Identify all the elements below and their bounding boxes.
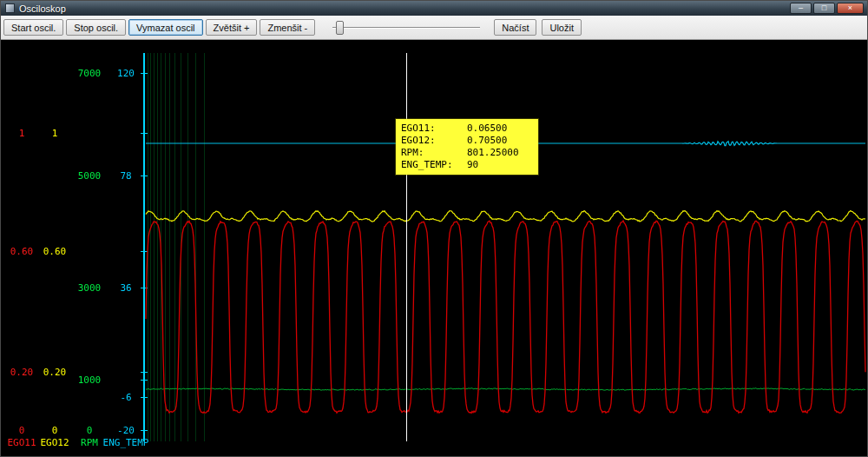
slider-thumb[interactable]: [336, 21, 344, 35]
app-window: Osciloskop – □ × Start oscil. Stop oscil…: [0, 0, 868, 457]
zoom-out-button[interactable]: Zmenšit -: [260, 19, 315, 36]
minimize-button[interactable]: –: [790, 3, 812, 14]
clear-oscilloscope-button[interactable]: Vymazat oscil: [128, 19, 202, 36]
tooltip-label: EGO12:: [401, 135, 467, 147]
app-icon: [5, 3, 15, 13]
tooltip-value: 801.25000: [467, 147, 519, 159]
tooltip-value: 90: [467, 159, 478, 171]
tooltip-value: 0.06500: [467, 123, 507, 135]
window-title: Osciloskop: [19, 3, 66, 14]
oscilloscope-display: 10.600.200EGO1110.600.200EGO127000500030…: [1, 40, 867, 457]
zoom-slider[interactable]: [332, 18, 480, 37]
cursor-tooltip: EGO11:0.06500EGO12:0.70500RPM:801.25000E…: [396, 119, 538, 175]
maximize-button[interactable]: □: [813, 3, 835, 14]
start-oscilloscope-button[interactable]: Start oscil.: [3, 19, 63, 36]
load-button[interactable]: Načíst: [494, 19, 536, 36]
tooltip-row: RPM:801.25000: [401, 147, 533, 159]
tooltip-label: ENG_TEMP:: [401, 159, 467, 171]
stop-oscilloscope-button[interactable]: Stop oscil.: [66, 19, 126, 36]
slider-track[interactable]: [332, 27, 480, 29]
tooltip-row: ENG_TEMP:90: [401, 159, 533, 171]
close-button[interactable]: ×: [837, 3, 864, 14]
tooltip-row: EGO12:0.70500: [401, 135, 533, 147]
tooltip-value: 0.70500: [467, 135, 507, 147]
tooltip-label: EGO11:: [401, 123, 467, 135]
titlebar[interactable]: Osciloskop – □ ×: [1, 1, 867, 16]
tooltip-row: EGO11:0.06500: [401, 123, 533, 135]
tooltip-label: RPM:: [401, 147, 467, 159]
file-buttons-group: Načíst Uložit: [494, 19, 582, 36]
window-controls: – □ ×: [790, 3, 865, 14]
toolbar: Start oscil. Stop oscil. Vymazat oscil Z…: [1, 16, 867, 40]
zoom-in-button[interactable]: Zvětšit +: [206, 19, 258, 36]
scope-canvas[interactable]: [1, 40, 868, 457]
save-button[interactable]: Uložit: [542, 19, 582, 36]
